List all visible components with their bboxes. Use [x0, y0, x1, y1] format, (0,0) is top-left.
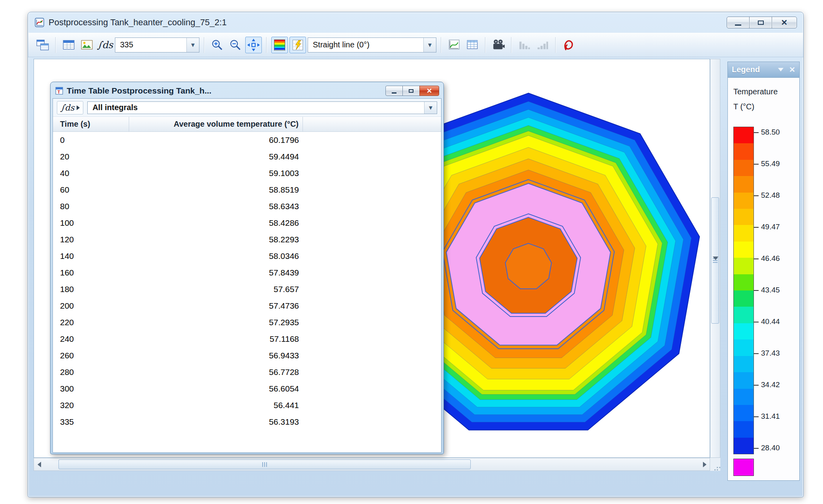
table-row[interactable]: 12058.2293 — [53, 231, 441, 248]
table-row[interactable]: 8058.6343 — [53, 198, 441, 215]
field-picture-icon — [80, 38, 94, 52]
resize-grip[interactable] — [710, 458, 720, 471]
table-row[interactable]: 20057.4736 — [53, 298, 441, 314]
timetable-header-row[interactable]: Time (s) Average volume temperature (°C) — [53, 117, 441, 132]
legend-tick-mark — [754, 195, 759, 196]
chevron-down-icon[interactable]: ▼ — [424, 102, 437, 114]
horizontal-scrollbar-thumb[interactable] — [58, 459, 471, 469]
field-lines-button[interactable] — [289, 37, 306, 53]
field-picture-button[interactable] — [79, 37, 95, 53]
time-cell: 100 — [53, 218, 129, 228]
color-palette-button[interactable] — [271, 37, 288, 53]
zoom-in-icon — [210, 38, 224, 52]
scroll-left-button[interactable] — [34, 458, 44, 470]
time-cell: 140 — [53, 251, 129, 261]
close-button[interactable]: ✕ — [772, 17, 797, 28]
time-cell: 200 — [53, 301, 129, 311]
column-header-temperature[interactable]: Average volume temperature (°C) — [129, 117, 303, 131]
table-row[interactable]: 24057.1168 — [53, 331, 441, 347]
timetable-maximize-button[interactable] — [402, 86, 420, 96]
legend-below-min — [733, 459, 754, 476]
table-row[interactable]: 18057.657 — [53, 281, 441, 298]
postprocessing-window: Postprocessing Tank_heanter_cooling_75_2… — [28, 12, 804, 497]
integral-calculator-button[interactable]: ∫ds — [97, 37, 113, 53]
legend-color-band — [734, 323, 753, 339]
table-row[interactable]: 22057.2935 — [53, 314, 441, 331]
zoom-in-button[interactable] — [209, 37, 225, 53]
integral-split-button[interactable]: ∫ds — [57, 101, 83, 114]
time-cell: 240 — [53, 334, 129, 344]
horizontal-scrollbar[interactable] — [34, 458, 710, 471]
zoom-extents-button[interactable] — [245, 37, 262, 53]
xy-plot-button[interactable] — [446, 37, 462, 53]
temperature-cell: 59.4494 — [129, 152, 303, 161]
histogram-ascending-button[interactable] — [534, 37, 551, 53]
table-window-button[interactable] — [60, 37, 77, 53]
table-row[interactable]: 16057.8439 — [53, 264, 441, 281]
time-cell: 20 — [53, 152, 129, 161]
legend-color-band — [734, 356, 753, 372]
legend-title: Legend — [732, 65, 778, 74]
legend-colorbar — [733, 127, 754, 454]
legend-color-band — [734, 143, 753, 159]
timetable-window[interactable]: T Time Table Postprocessing Tank_h... ✕ … — [50, 82, 444, 454]
minimize-icon — [392, 92, 396, 94]
minimize-button[interactable] — [727, 17, 750, 28]
chevron-down-icon[interactable] — [778, 68, 784, 71]
table-row[interactable]: 28056.7728 — [53, 364, 441, 380]
integral-quantity-combobox[interactable]: All integrals ▼ — [87, 101, 437, 114]
histogram-descending-button[interactable] — [516, 37, 533, 53]
zoom-out-icon — [229, 38, 242, 52]
time-cell: 120 — [53, 235, 129, 244]
table-row[interactable]: 26056.9433 — [53, 347, 441, 364]
window-title: Postprocessing Tank_heanter_cooling_75_2… — [49, 17, 727, 28]
timetable-close-button[interactable]: ✕ — [419, 86, 439, 96]
time-cell: 60 — [53, 185, 129, 195]
column-header-time[interactable]: Time (s) — [53, 117, 129, 131]
zoom-out-button[interactable] — [227, 37, 244, 53]
table-row[interactable]: 14058.0346 — [53, 248, 441, 264]
table-view-button[interactable] — [464, 37, 481, 53]
legend-color-band — [734, 372, 753, 388]
legend-color-band — [734, 127, 753, 143]
toolbar-separator — [555, 37, 556, 53]
time-step-combobox[interactable]: 335 ▼ — [115, 37, 199, 52]
time-cell: 160 — [53, 268, 129, 277]
table-row[interactable]: 32056.441 — [53, 397, 441, 414]
legend-header[interactable]: Legend ✕ — [728, 62, 799, 78]
toolbar-separator — [511, 37, 512, 53]
maximize-button[interactable] — [749, 17, 772, 28]
toolbar-separator — [204, 37, 205, 53]
table-row[interactable]: 2059.4494 — [53, 148, 441, 165]
hysteresis-loop-button[interactable] — [560, 37, 577, 53]
table-row[interactable]: 10058.4286 — [53, 215, 441, 231]
timetable-minimize-button[interactable] — [385, 86, 403, 96]
legend-tick-label: 55.49 — [761, 159, 780, 168]
contour-type-combobox[interactable]: Straight line (0°) ▼ — [308, 37, 436, 52]
time-cell: 80 — [53, 202, 129, 211]
close-icon[interactable]: ✕ — [789, 66, 795, 73]
legend-color-band — [734, 290, 753, 307]
legend-tick-mark — [754, 164, 759, 165]
scroll-down-button[interactable] — [710, 59, 721, 457]
legend-tick-mark — [754, 290, 759, 291]
table-row[interactable]: 060.1796 — [53, 132, 441, 148]
scroll-right-button[interactable] — [699, 458, 710, 470]
timetable-window-title: Time Table Postprocessing Tank_h... — [67, 86, 386, 96]
table-row[interactable]: 30056.6054 — [53, 380, 441, 397]
windows-layout-button[interactable] — [34, 37, 51, 53]
table-row[interactable]: 6058.8519 — [53, 182, 441, 198]
time-cell: 335 — [53, 417, 129, 427]
legend-color-band — [734, 176, 753, 192]
chevron-down-icon[interactable]: ▼ — [423, 38, 436, 52]
table-row[interactable]: 4059.1003 — [53, 165, 441, 182]
temperature-cell: 58.6343 — [129, 202, 303, 211]
chevron-down-icon[interactable]: ▼ — [186, 38, 199, 52]
animation-button[interactable] — [490, 37, 507, 53]
title-bar[interactable]: Postprocessing Tank_heanter_cooling_75_2… — [28, 12, 803, 33]
table-row[interactable]: 33556.3193 — [53, 414, 441, 430]
time-step-value: 335 — [115, 38, 186, 52]
timetable-title-bar[interactable]: T Time Table Postprocessing Tank_h... ✕ — [53, 83, 442, 98]
legend-color-band — [734, 242, 753, 258]
vertical-scrollbar[interactable] — [710, 59, 720, 458]
